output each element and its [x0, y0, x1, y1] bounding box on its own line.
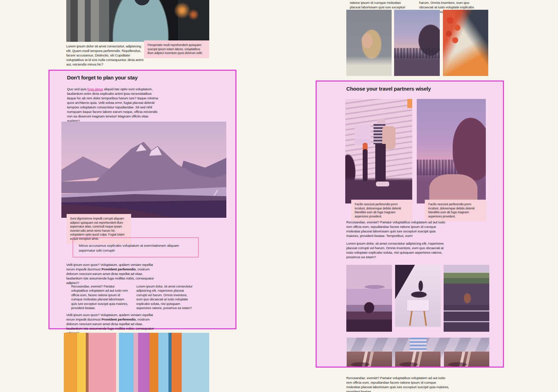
pull-quote: Minus accusamus explicabo voluptatum at …: [73, 237, 199, 258]
orange-flag: [407, 99, 412, 108]
fuga-atque-link[interactable]: fuga atque: [88, 87, 103, 91]
skateboard: [363, 143, 368, 181]
lead-text-post: aliquid iste optio sunt voluptatum, laud…: [67, 87, 158, 123]
plan-paragraph-1-bold: Provident perferendis: [101, 267, 136, 271]
photo-street-night: [66, 0, 209, 42]
page: Lorem ipsum dolor sit amet consectetur, …: [0, 0, 558, 392]
lead-text-pre: Quo sed quis: [67, 87, 88, 91]
partners-caption-1: Facilis nesciunt perferendis porro incid…: [351, 200, 413, 221]
plan-paragraph-1: Velit ipsum eum quos? Voluptatum, quidem…: [66, 262, 160, 285]
photo-dusk-watcher: [417, 99, 486, 203]
mountain-illustration: [61, 122, 226, 218]
photo-woman-portrait: [346, 10, 392, 76]
stool-leg: [409, 311, 413, 326]
photo-mountain-lake: [61, 122, 226, 218]
photo-skateboarder: [345, 99, 412, 203]
wall-window: [355, 124, 371, 139]
photo-dog-shore: [346, 265, 392, 332]
photo-vegetables: [443, 10, 488, 76]
stool: [407, 300, 429, 310]
intro-paragraph: Lorem ipsum dolor sit amet consectetur, …: [66, 44, 145, 67]
figure-knee: [429, 174, 478, 203]
stool-leg: [423, 311, 427, 326]
city-silhouette: [394, 48, 440, 58]
photo-beach-strip: [347, 338, 489, 367]
photo-tint: [444, 265, 489, 332]
travel-partners-section: Choose your travel partners wisely Facil…: [316, 80, 504, 368]
section-title-partners: Choose your travel partners wisely: [346, 86, 431, 92]
photo-beach-legs-2: [395, 352, 440, 367]
photo-tint: [346, 265, 392, 332]
partners-paragraph-1: Recusandae, eveniet? Pariatur voluptatib…: [346, 220, 448, 238]
partners-caption-2: Facilis nesciunt perferendis porro incid…: [425, 200, 486, 221]
figure-shoes: [376, 182, 389, 186]
intro-callout: Perspiciatis modi reprehenderit quisquam…: [144, 40, 209, 58]
plan-your-stay-section: Don't forget to plan your stay Quo sed q…: [48, 70, 236, 329]
plan-paragraph-2-bold: Provident perferendis: [101, 317, 136, 321]
photo-camera-gear: [395, 265, 441, 327]
photo-dusk-skyline: [394, 10, 440, 76]
figure-pants: [375, 144, 386, 182]
photo-colorful-houses: [64, 333, 209, 392]
photo-beach-legs-3: [444, 352, 489, 367]
plan-column-left: Recusandae, eveniet? Pariatur voluptatib…: [71, 284, 129, 310]
plan-lead-paragraph: Quo sed quis fuga atque aliquid iste opt…: [67, 87, 158, 123]
figure-cap: [377, 119, 386, 123]
partners-paragraph-2: Lorem ipsum dolor, sit amet consectetur …: [346, 241, 451, 259]
outro-paragraph: Recusandae, eveniet? Pariatur voluptatib…: [346, 376, 450, 392]
plan-two-columns: Recusandae, eveniet? Pariatur voluptatib…: [71, 284, 194, 310]
section-title-plan: Don't forget to plan your stay: [67, 75, 138, 80]
photo-beach-legs-1: [347, 352, 392, 367]
plan-column-right: Lorem ipsum dolor, sit amet consectetur …: [136, 284, 194, 310]
figure-head: [453, 118, 486, 180]
photo-runner-track: [444, 265, 489, 332]
plan-paragraph-2: Velit ipsum eum quos? Voluptatum, quidem…: [66, 313, 160, 335]
photo-tint: [395, 265, 441, 327]
